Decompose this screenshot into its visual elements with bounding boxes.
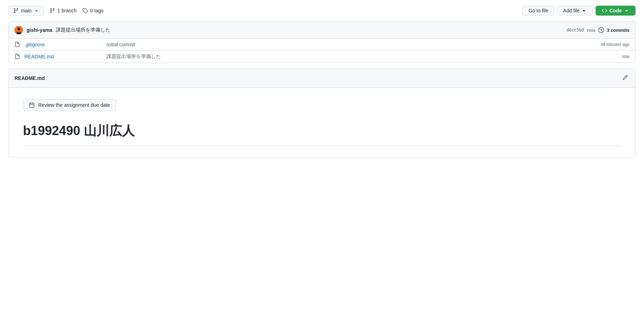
branch-icon bbox=[13, 8, 19, 13]
tags-count-link[interactable]: 0 tags bbox=[82, 8, 104, 13]
file-name-gitignore[interactable]: .gitignore bbox=[24, 42, 102, 47]
commits-link[interactable]: 3 commits bbox=[607, 28, 630, 33]
commit-time: now bbox=[587, 28, 596, 33]
readme-header: README.md bbox=[9, 69, 635, 88]
file-row: README.md 課題提出場所を準備した now bbox=[9, 51, 635, 63]
task-label: Review the assignment due date bbox=[38, 102, 110, 108]
commit-author-info: gishi-yama 課題提出場所を準備した bbox=[14, 26, 110, 34]
file-name-readme[interactable]: README.md bbox=[24, 54, 102, 59]
commit-hash[interactable]: d8cc5b9 bbox=[566, 28, 584, 33]
file-commit-msg-readme: 課題提出場所を準備した bbox=[106, 53, 617, 60]
branch-name: main bbox=[21, 8, 31, 13]
file-commit-msg-gitignore: Initial commit bbox=[106, 42, 596, 47]
commit-message: 課題提出場所を準備した bbox=[56, 27, 110, 33]
pencil-icon bbox=[622, 75, 628, 80]
branch-count-label: 1 branch bbox=[57, 8, 76, 13]
add-file-label: Add file bbox=[563, 8, 580, 13]
add-file-button[interactable]: Add file bbox=[557, 6, 593, 16]
svg-point-1 bbox=[17, 28, 20, 30]
edit-readme-button[interactable] bbox=[621, 73, 630, 83]
code-button[interactable]: Code bbox=[596, 6, 636, 16]
commit-meta-right: d8cc5b9 now 3 commits bbox=[566, 27, 630, 33]
toolbar: main 1 branch 0 tags Go to fi bbox=[8, 6, 636, 16]
goto-file-button[interactable]: Go to file bbox=[522, 6, 554, 16]
file-icon bbox=[14, 54, 20, 59]
file-table-card: gishi-yama 課題提出場所を準備した d8cc5b9 now 3 com… bbox=[8, 21, 636, 63]
code-chevron-icon bbox=[624, 8, 630, 13]
readme-body: Review the assignment due date b1992490 … bbox=[9, 88, 635, 157]
commits-count: 3 commits bbox=[607, 28, 630, 33]
tag-icon bbox=[82, 8, 88, 13]
avatar bbox=[14, 26, 23, 34]
commit-author-name[interactable]: gishi-yama bbox=[27, 27, 52, 33]
branch-selector[interactable]: main bbox=[8, 6, 44, 16]
code-icon bbox=[602, 8, 607, 13]
tags-count-label: 0 tags bbox=[90, 8, 104, 13]
branch-count-link[interactable]: 1 branch bbox=[49, 8, 76, 13]
history-icon bbox=[598, 27, 604, 33]
add-file-chevron-icon bbox=[581, 8, 587, 13]
code-label: Code bbox=[609, 8, 622, 13]
file-icon bbox=[14, 42, 20, 47]
readme-card: README.md Review the assignment due date… bbox=[8, 69, 636, 157]
readme-heading: b1992490 山川広人 bbox=[23, 122, 621, 140]
task-item: Review the assignment due date bbox=[23, 99, 116, 111]
toolbar-right: Go to file Add file Code bbox=[522, 6, 636, 16]
branch-meta-icon bbox=[49, 8, 55, 13]
file-time-gitignore: 34 minutes ago bbox=[601, 42, 630, 47]
chevron-down-icon bbox=[34, 8, 39, 13]
commit-header: gishi-yama 課題提出場所を準備した d8cc5b9 now 3 com… bbox=[9, 22, 635, 39]
file-time-readme: now bbox=[622, 54, 630, 59]
toolbar-left: main 1 branch 0 tags bbox=[8, 6, 104, 16]
readme-title: README.md bbox=[14, 75, 45, 81]
readme-divider bbox=[23, 145, 621, 146]
calendar-icon bbox=[29, 102, 35, 108]
file-row: .gitignore Initial commit 34 minutes ago bbox=[9, 39, 635, 51]
